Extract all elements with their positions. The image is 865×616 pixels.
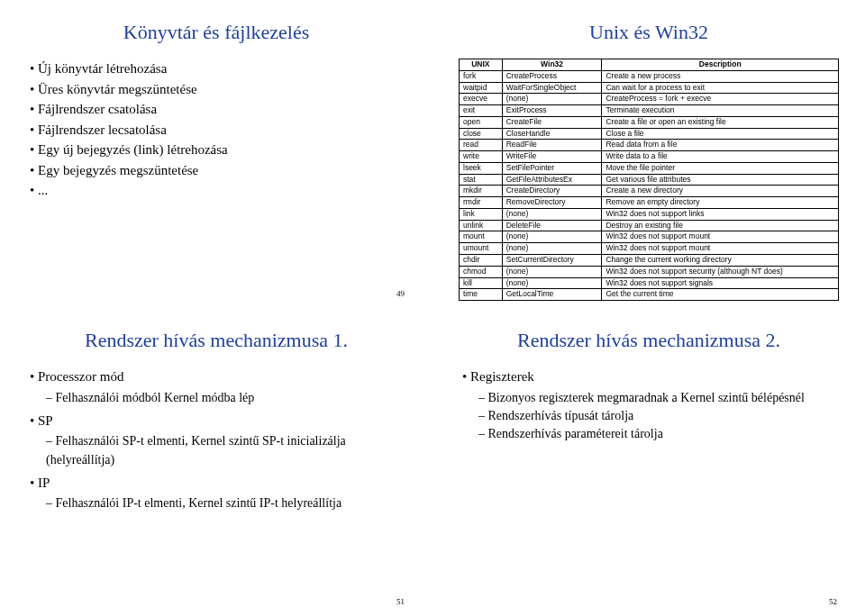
cell-desc: Get the current time bbox=[602, 289, 839, 301]
cell-win32: WriteFile bbox=[502, 151, 602, 163]
cell-win32: (none) bbox=[502, 243, 602, 255]
cell-desc: Win32 does not support signals bbox=[602, 277, 839, 289]
table-row: execve(none)CreateProcess = fork + execv… bbox=[460, 94, 839, 105]
cell-unix: lseek bbox=[460, 162, 503, 174]
list-item: Processzor mód bbox=[30, 367, 406, 387]
cell-desc: Write data to a file bbox=[602, 151, 839, 163]
page-number: 51 bbox=[396, 597, 405, 606]
col-unix: UNIX bbox=[460, 59, 503, 71]
cell-win32: (none) bbox=[502, 208, 602, 220]
cell-unix: read bbox=[460, 140, 503, 151]
cell-win32: CreateFile bbox=[502, 116, 602, 128]
sub-item: Rendszerhívás paramétereit tárolja bbox=[478, 425, 839, 443]
slide-52: Rendszer hívás mechanizmusa 2. Regiszter… bbox=[432, 308, 865, 616]
cell-unix: execve bbox=[460, 94, 503, 105]
slide-49: Könyvtár és fájlkezelés Új könyvtár létr… bbox=[0, 0, 432, 308]
cell-desc: Get various file attributes bbox=[602, 174, 839, 186]
cell-desc: Terminate execution bbox=[602, 105, 839, 117]
slide-50: Unix és Win32 UNIX Win32 Description for… bbox=[432, 0, 865, 308]
cell-win32: (none) bbox=[502, 266, 602, 277]
cell-unix: write bbox=[460, 151, 503, 163]
cell-desc: Read data from a file bbox=[602, 140, 839, 151]
cell-desc: Destroy an existing file bbox=[602, 220, 839, 231]
table-row: lseekSetFilePointerMove the file pointer bbox=[460, 162, 839, 174]
cell-win32: CloseHandle bbox=[502, 128, 602, 140]
cell-win32: SetCurrentDirectory bbox=[502, 255, 602, 267]
col-win32: Win32 bbox=[502, 59, 602, 71]
col-desc: Description bbox=[602, 59, 839, 71]
slide-title: Rendszer hívás mechanizmusa 2. bbox=[459, 329, 839, 352]
cell-desc: Change the current working directory bbox=[602, 255, 839, 267]
cell-unix: chmod bbox=[460, 266, 503, 277]
sub-list: Bizonyos regiszterek megmaradnak a Kerne… bbox=[459, 389, 839, 444]
page-number: 52 bbox=[829, 597, 837, 606]
cell-unix: fork bbox=[460, 70, 503, 82]
table-row: forkCreateProcessCreate a new process bbox=[460, 70, 839, 82]
table-row: mkdirCreateDirectoryCreate a new directo… bbox=[460, 186, 839, 197]
table-row: waitpidWaitForSingleObjectCan wait for a… bbox=[460, 82, 839, 94]
cell-win32: DeleteFile bbox=[502, 220, 602, 231]
cell-unix: exit bbox=[460, 105, 503, 117]
cell-desc: Win32 does not support mount bbox=[602, 243, 839, 255]
cell-desc: Can wait for a process to exit bbox=[602, 82, 839, 94]
table-row: writeWriteFileWrite data to a file bbox=[460, 151, 839, 163]
cell-win32: WaitForSingleObject bbox=[502, 82, 602, 94]
table-row: rmdirRemoveDirectoryRemove an empty dire… bbox=[460, 197, 839, 209]
table-row: chdirSetCurrentDirectoryChange the curre… bbox=[460, 255, 839, 267]
cell-unix: time bbox=[460, 289, 503, 301]
cell-desc: Win32 does not support security (althoug… bbox=[602, 266, 839, 277]
slide-title: Könyvtár és fájlkezelés bbox=[26, 21, 406, 44]
cell-desc: Move the file pointer bbox=[602, 162, 839, 174]
sub-item: Felhasználói SP-t elmenti, Kernel szintű… bbox=[46, 432, 406, 469]
cell-win32: ReadFile bbox=[502, 140, 602, 151]
cell-desc: Win32 does not support mount bbox=[602, 231, 839, 243]
table-row: statGetFileAttributesExGet various file … bbox=[460, 174, 839, 186]
cell-desc: Create a file or open an existing file bbox=[602, 116, 839, 128]
sub-item: Rendszerhívás típusát tárolja bbox=[478, 407, 839, 425]
bullet-list: SP bbox=[26, 411, 406, 431]
table-row: umount(none)Win32 does not support mount bbox=[460, 243, 839, 255]
slide-51: Rendszer hívás mechanizmusa 1. Processzo… bbox=[0, 308, 432, 616]
cell-win32: SetFilePointer bbox=[502, 162, 602, 174]
table-row: exitExitProcessTerminate execution bbox=[460, 105, 839, 117]
list-item: Egy új bejegyzés (link) létrehozása bbox=[30, 140, 406, 160]
cell-unix: mount bbox=[460, 231, 503, 243]
slide-title: Rendszer hívás mechanizmusa 1. bbox=[26, 329, 406, 352]
cell-unix: stat bbox=[460, 174, 503, 186]
sub-item: Felhasználói IP-t elmenti, Kernel szintű… bbox=[46, 494, 406, 512]
sub-list: Felhasználói SP-t elmenti, Kernel szintű… bbox=[26, 432, 406, 469]
list-item: IP bbox=[30, 473, 406, 494]
bullet-list: IP bbox=[26, 473, 406, 494]
bullet-list: Új könyvtár létrehozása Üres könyvtár me… bbox=[26, 59, 406, 201]
cell-unix: link bbox=[460, 208, 503, 220]
cell-desc: Create a new process bbox=[602, 70, 839, 82]
bullet-list: Processzor mód bbox=[26, 367, 406, 387]
cell-win32: CreateProcess bbox=[502, 70, 602, 82]
list-item: Fájlrendszer lecsatolása bbox=[30, 120, 406, 140]
cell-win32: CreateDirectory bbox=[502, 186, 602, 197]
table-row: readReadFileRead data from a file bbox=[460, 140, 839, 151]
sub-item: Felhasználói módból Kernel módba lép bbox=[46, 389, 406, 407]
cell-desc: CreateProcess = fork + execve bbox=[602, 94, 839, 105]
list-item: Új könyvtár létrehozása bbox=[30, 59, 406, 79]
table-row: unlinkDeleteFileDestroy an existing file bbox=[460, 220, 839, 231]
cell-desc: Remove an empty directory bbox=[602, 197, 839, 209]
cell-unix: umount bbox=[460, 243, 503, 255]
cell-win32: (none) bbox=[502, 94, 602, 105]
bullet-list: Regiszterek bbox=[459, 367, 839, 387]
table-row: closeCloseHandleClose a file bbox=[460, 128, 839, 140]
sub-item: Bizonyos regiszterek megmaradnak a Kerne… bbox=[478, 389, 839, 407]
list-item: Regiszterek bbox=[462, 367, 839, 387]
cell-win32: ExitProcess bbox=[502, 105, 602, 117]
table-wrap: UNIX Win32 Description forkCreateProcess… bbox=[459, 59, 839, 301]
cell-unix: waitpid bbox=[460, 82, 503, 94]
cell-win32: GetFileAttributesEx bbox=[502, 174, 602, 186]
unix-win32-table: UNIX Win32 Description forkCreateProcess… bbox=[459, 59, 839, 301]
cell-desc: Win32 does not support links bbox=[602, 208, 839, 220]
cell-desc: Create a new directory bbox=[602, 186, 839, 197]
sub-list: Felhasználói módból Kernel módba lép bbox=[26, 389, 406, 407]
table-row: timeGetLocalTimeGet the current time bbox=[460, 289, 839, 301]
list-item: Üres könyvtár megszüntetése bbox=[30, 79, 406, 100]
table-row: link(none)Win32 does not support links bbox=[460, 208, 839, 220]
cell-unix: kill bbox=[460, 277, 503, 289]
